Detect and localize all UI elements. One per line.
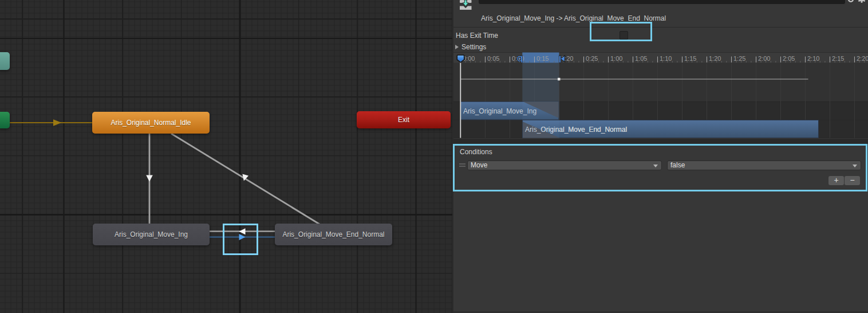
svg-text:2:20: 2:20 — [857, 55, 868, 62]
svg-text:1:20: 1:20 — [709, 55, 721, 62]
svg-text:1:00: 1:00 — [610, 55, 622, 62]
svg-text:1:15: 1:15 — [684, 55, 696, 62]
svg-text:0:25: 0:25 — [586, 55, 598, 62]
svg-text:2:05: 2:05 — [783, 55, 795, 62]
svg-text:1:25: 1:25 — [733, 55, 745, 62]
svg-text:1:05: 1:05 — [635, 55, 647, 62]
svg-text:2:15: 2:15 — [832, 55, 844, 62]
svg-text:2:00: 2:00 — [758, 55, 770, 62]
svg-text:1:10: 1:10 — [660, 55, 672, 62]
svg-text:2:10: 2:10 — [807, 55, 819, 62]
svg-text:0:15: 0:15 — [536, 55, 549, 62]
svg-text:0:05: 0:05 — [487, 55, 499, 62]
